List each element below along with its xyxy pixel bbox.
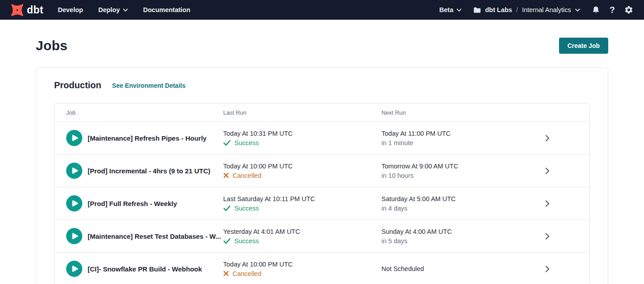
run-job-play-button[interactable] bbox=[66, 195, 82, 211]
nav-documentation-label: Documentation bbox=[143, 6, 191, 13]
status-label: Success bbox=[234, 205, 259, 212]
beta-selector[interactable]: Beta bbox=[439, 6, 461, 13]
last-run-time: Today At 10:00 PM UTC bbox=[223, 163, 381, 170]
last-run-time: Last Saturday At 10:11 PM UTC bbox=[223, 195, 381, 202]
breadcrumb-separator: / bbox=[516, 6, 518, 13]
chevron-right-icon[interactable] bbox=[545, 200, 550, 207]
last-run-time: Today At 10:31 PM UTC bbox=[223, 130, 381, 137]
job-row[interactable]: [Prod] Incremental - 4hrs (9 to 21 UTC) … bbox=[55, 154, 589, 187]
nav-deploy[interactable]: Deploy bbox=[98, 6, 128, 13]
next-run-time: Saturday At 5:00 AM UTC bbox=[381, 195, 539, 202]
job-name: [Prod] Incremental - 4hrs (9 to 21 UTC) bbox=[88, 167, 210, 175]
run-job-play-button[interactable] bbox=[66, 163, 82, 179]
chevron-right-icon[interactable] bbox=[545, 232, 550, 240]
jobs-page: Jobs Create Job Production See Environme… bbox=[0, 38, 644, 284]
run-status: Success bbox=[223, 139, 381, 146]
table-header: Job Last Run Next Run bbox=[55, 103, 589, 121]
next-run-time: Sunday At 4:00 AM UTC bbox=[381, 228, 539, 235]
run-status: Cancelled bbox=[223, 270, 381, 277]
project-name: Internal Analytics bbox=[522, 6, 571, 13]
dbt-logo-text: dbt bbox=[27, 5, 43, 15]
notifications-bell-icon[interactable] bbox=[592, 5, 600, 14]
chevron-right-icon[interactable] bbox=[545, 265, 550, 273]
nav-links: Develop Deploy Documentation bbox=[58, 6, 190, 13]
navbar-icons: ? bbox=[592, 5, 633, 14]
run-status: Success bbox=[223, 205, 381, 212]
run-job-play-button[interactable] bbox=[66, 261, 82, 277]
run-job-play-button[interactable] bbox=[66, 228, 82, 244]
status-label: Cancelled bbox=[233, 172, 262, 179]
next-run-time: Tomorrow At 9:00 AM UTC bbox=[381, 163, 539, 170]
chevron-down-icon bbox=[457, 9, 462, 12]
help-icon[interactable]: ? bbox=[610, 5, 615, 14]
see-environment-details-link[interactable]: See Environment Details bbox=[112, 82, 186, 89]
status-label: Cancelled bbox=[233, 270, 262, 277]
last-run-time: Today At 10:00 PM UTC bbox=[223, 261, 381, 268]
job-row[interactable]: [Prod] Full Refresh - Weekly Last Saturd… bbox=[55, 187, 589, 219]
next-run-relative: in 10 hours bbox=[381, 172, 539, 179]
beta-label: Beta bbox=[439, 6, 453, 13]
chevron-right-icon[interactable] bbox=[545, 167, 550, 175]
run-status: Cancelled bbox=[223, 172, 381, 179]
job-name: [CI]- Snowflake PR Build - Webhook bbox=[88, 265, 202, 273]
dbt-logo[interactable]: dbt bbox=[11, 4, 43, 17]
run-status: Success bbox=[223, 237, 381, 245]
column-header-next-run: Next Run bbox=[381, 109, 539, 116]
job-name: [Prod] Full Refresh - Weekly bbox=[88, 200, 177, 207]
chevron-right-icon[interactable] bbox=[545, 134, 550, 142]
folder-icon bbox=[473, 7, 481, 13]
next-run-time: Not Scheduled bbox=[381, 265, 539, 272]
jobs-table: Job Last Run Next Run [Maintenance] Refr… bbox=[54, 103, 590, 284]
cancelled-x-icon bbox=[223, 271, 229, 276]
column-header-last-run: Last Run bbox=[223, 109, 381, 116]
column-header-job: Job bbox=[55, 109, 223, 116]
environment-name: Production bbox=[54, 80, 102, 90]
chevron-down-icon bbox=[123, 9, 128, 12]
gear-icon[interactable] bbox=[624, 5, 633, 14]
page-title: Jobs bbox=[36, 38, 68, 53]
chevron-down-icon bbox=[575, 9, 580, 12]
next-run-relative: in 1 minute bbox=[381, 139, 539, 146]
top-navbar: dbt Develop Deploy Documentation Beta bbox=[0, 0, 644, 20]
job-name: [Maintenance] Reset Test Databases - W..… bbox=[88, 232, 221, 240]
job-row[interactable]: [Maintenance] Refresh Pipes - Hourly Tod… bbox=[55, 121, 589, 154]
last-run-time: Yesterday At 4:01 AM UTC bbox=[223, 228, 381, 235]
success-check-icon bbox=[223, 140, 231, 146]
nav-deploy-label: Deploy bbox=[98, 6, 120, 13]
account-project-selector[interactable]: dbt Labs / Internal Analytics bbox=[473, 6, 580, 13]
success-check-icon bbox=[223, 205, 231, 211]
environment-card: Production See Environment Details Job L… bbox=[36, 67, 608, 284]
nav-develop-label: Develop bbox=[58, 6, 83, 13]
dbt-logo-icon bbox=[11, 4, 24, 17]
next-run-relative: in 5 days bbox=[381, 237, 539, 245]
status-label: Success bbox=[234, 139, 259, 146]
create-job-button[interactable]: Create Job bbox=[559, 38, 608, 54]
job-row[interactable]: [CI]- Snowflake PR Build - Webhook Today… bbox=[55, 252, 589, 284]
success-check-icon bbox=[223, 238, 231, 244]
navbar-right: Beta dbt Labs / Internal Analytics bbox=[439, 5, 633, 14]
next-run-time: Today At 11:00 PM UTC bbox=[381, 130, 539, 137]
status-label: Success bbox=[234, 237, 259, 245]
cancelled-x-icon bbox=[223, 172, 229, 178]
next-run-relative: in 4 days bbox=[381, 205, 539, 212]
job-row[interactable]: [Maintenance] Reset Test Databases - W..… bbox=[55, 219, 589, 252]
run-job-play-button[interactable] bbox=[66, 130, 82, 146]
job-name: [Maintenance] Refresh Pipes - Hourly bbox=[88, 134, 207, 142]
nav-develop[interactable]: Develop bbox=[58, 6, 83, 13]
account-name: dbt Labs bbox=[485, 6, 512, 13]
nav-documentation[interactable]: Documentation bbox=[143, 6, 191, 13]
